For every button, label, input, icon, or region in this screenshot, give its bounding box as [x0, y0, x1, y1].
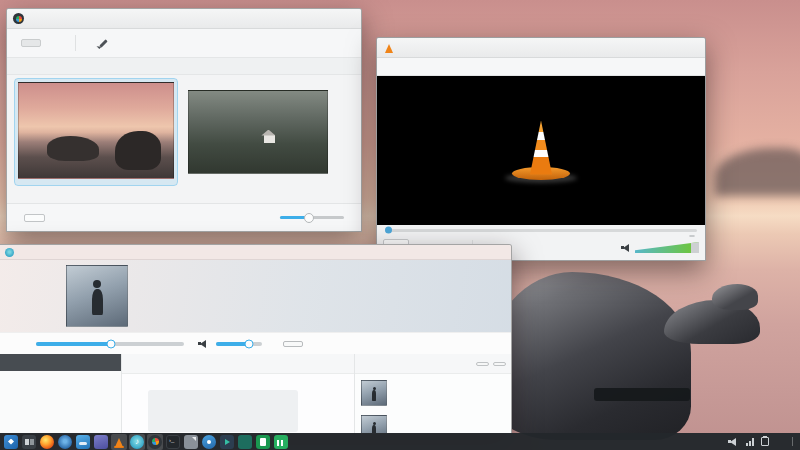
gwenview-window — [6, 8, 362, 232]
volume-percent-tooltip — [689, 235, 695, 237]
playlist-body — [355, 374, 511, 433]
progress-knob[interactable] — [107, 339, 116, 348]
view-mode-button[interactable] — [48, 39, 68, 47]
elisa-app-icon — [5, 248, 14, 257]
playlist-item-art — [361, 380, 387, 406]
tray-clipboard-icon[interactable] — [761, 437, 769, 446]
vlc-titlebar[interactable] — [377, 38, 705, 58]
volume-slider-remainder — [691, 242, 699, 253]
thumbnail-grid — [7, 75, 361, 203]
gwenview-app-icon — [13, 13, 24, 24]
application-launcher-icon[interactable] — [4, 435, 18, 449]
seek-slider[interactable] — [385, 229, 697, 232]
volume-icon[interactable] — [198, 339, 209, 348]
taskbar-dolphin-icon[interactable] — [76, 435, 90, 449]
volume-knob[interactable] — [245, 339, 254, 348]
sidebar-item-now-playing[interactable] — [0, 354, 121, 371]
sidebar-item-frequently-played[interactable] — [0, 388, 121, 405]
thumbnail-image-sunset-rocks[interactable] — [18, 82, 174, 179]
progress-slider[interactable] — [36, 342, 184, 346]
playlist-load-button[interactable] — [493, 362, 506, 366]
vlc-video-area[interactable] — [377, 76, 705, 225]
tray-network-icon[interactable] — [746, 438, 754, 446]
volume-slider[interactable] — [635, 242, 699, 253]
playlist-item-partial[interactable] — [361, 415, 505, 433]
toolbar-separator — [75, 35, 76, 51]
system-tray — [721, 437, 797, 446]
foreground-rock-large — [486, 272, 691, 440]
progress-fill — [36, 342, 111, 346]
gwenview-titlebar[interactable] — [7, 9, 361, 29]
elisa-sidebar — [0, 354, 122, 433]
now-playing-pane — [122, 354, 355, 433]
playlist-item[interactable] — [361, 380, 505, 406]
volume-slider[interactable] — [216, 342, 262, 346]
cone — [517, 121, 565, 175]
sidebar-item-recently-played[interactable] — [0, 371, 121, 388]
taskbar-kdenlive-icon[interactable] — [220, 435, 234, 449]
elisa-window — [0, 244, 512, 434]
shuffle-button[interactable] — [556, 239, 573, 257]
vlc-cone-logo — [499, 117, 583, 185]
add-filter-combo[interactable] — [24, 214, 45, 222]
taskbar-kate-icon[interactable] — [184, 435, 198, 449]
taskbar-firefox-icon[interactable] — [40, 435, 54, 449]
horizon-island — [715, 148, 800, 196]
gwenview-statusbar — [7, 203, 361, 231]
vlc-seek-row — [377, 225, 705, 235]
taskbar-panel — [0, 433, 800, 450]
zoom-slider-knob[interactable] — [304, 213, 314, 223]
playlist-button[interactable] — [516, 239, 533, 257]
player-controls — [0, 332, 511, 354]
taskbar-konsole-icon[interactable] — [166, 435, 180, 449]
thumbnail-wallhaven-0wvyoq[interactable] — [15, 79, 177, 185]
sidebar-item-albums[interactable] — [0, 405, 121, 422]
edit-pencil-icon[interactable] — [97, 38, 108, 49]
taskbar-kontact-icon[interactable] — [94, 435, 108, 449]
taskbar-libreoffice-icon[interactable] — [256, 435, 270, 449]
blurred-content-placeholder — [148, 390, 298, 432]
playlist-pane — [355, 354, 511, 433]
media-tooltip — [594, 388, 690, 401]
taskbar-elisa-icon[interactable] — [130, 435, 144, 449]
taskbar-okular-icon[interactable] — [202, 435, 216, 449]
thumbnail-image-dark-house[interactable] — [188, 90, 328, 174]
show-playlist-button[interactable] — [283, 341, 303, 347]
elisa-titlebar[interactable] — [0, 245, 511, 260]
taskbar-konversation-icon[interactable] — [58, 435, 72, 449]
vlc-window — [376, 37, 706, 261]
peek-desktop-strip[interactable] — [792, 437, 797, 446]
vlc-app-icon — [383, 42, 394, 53]
thumbnail-wallhaven-mdjezm[interactable] — [185, 87, 331, 180]
breadcrumb — [7, 58, 361, 75]
gwenview-toolbar — [7, 29, 361, 58]
playlist-save-button[interactable] — [476, 362, 489, 366]
now-playing-body — [122, 374, 354, 433]
vlc-menubar — [377, 58, 705, 76]
virtual-desktop-pager-icon[interactable] — [22, 435, 36, 449]
now-playing-header — [0, 260, 511, 332]
taskbar-kdevelop-icon[interactable] — [238, 435, 252, 449]
playlist-item-art — [361, 415, 387, 433]
taskbar-system-monitor-icon[interactable] — [274, 435, 288, 449]
album-art — [66, 265, 128, 327]
seek-slider-knob[interactable] — [385, 227, 392, 234]
volume-icon[interactable] — [621, 243, 632, 252]
tray-volume-icon[interactable] — [728, 437, 739, 446]
loop-button[interactable] — [536, 239, 553, 257]
foreground-rock-small — [712, 284, 758, 310]
taskbar-vlc-icon[interactable] — [112, 435, 126, 449]
zoom-slider[interactable] — [280, 216, 344, 219]
browse-mode-button[interactable] — [21, 39, 41, 47]
taskbar-gwenview-icon[interactable] — [148, 435, 162, 449]
